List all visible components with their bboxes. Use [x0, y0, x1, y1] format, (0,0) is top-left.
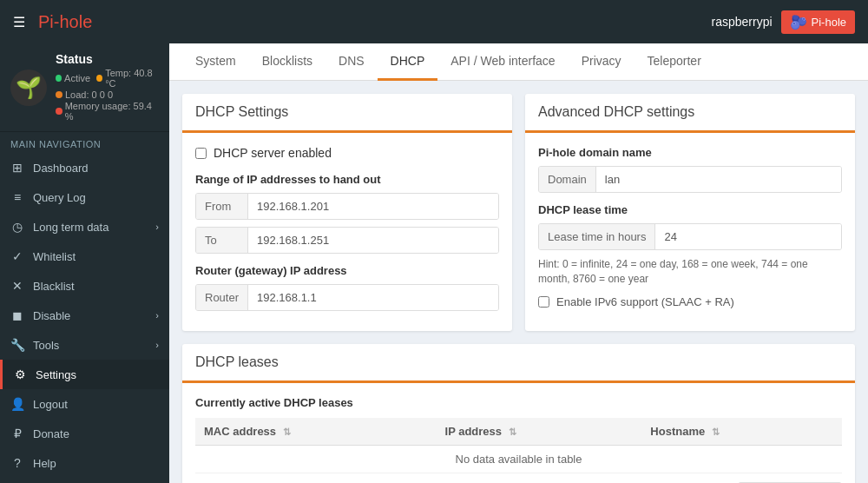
main-content: System Blocklists DNS DHCP API / Web int…: [169, 43, 868, 483]
sidebar-item-tools[interactable]: 🔧 Tools ›: [0, 330, 169, 360]
lease-label: Lease time in hours: [539, 224, 655, 249]
sidebar-item-query-log[interactable]: ≡ Query Log: [0, 182, 169, 212]
dhcp-leases-card: DHCP leases Currently active DHCP leases…: [182, 344, 855, 483]
tab-dhcp[interactable]: DHCP: [378, 43, 438, 81]
sort-icon: ⇅: [509, 427, 516, 437]
lease-hint: Hint: 0 = infinite, 24 = one day, 168 = …: [538, 257, 842, 287]
router-section-label: Router (gateway) IP address: [195, 264, 499, 277]
tab-system[interactable]: System: [182, 43, 249, 81]
long-term-data-icon: ◷: [10, 220, 24, 234]
ipv6-row: Enable IPv6 support (SLAAC + RA): [538, 295, 842, 308]
router-label: Router: [196, 285, 248, 310]
disable-icon: ◼: [10, 308, 24, 322]
sidebar-item-label: Whitelist: [33, 250, 76, 263]
hamburger-menu-icon[interactable]: ☰: [13, 14, 25, 30]
donate-icon: ₽: [10, 427, 24, 440]
sidebar-item-label: Long term data: [33, 221, 108, 234]
sidebar-item-label: Blacklist: [33, 280, 75, 293]
content-area: DHCP Settings DHCP server enabled Range …: [169, 81, 868, 483]
lease-value: 24: [655, 224, 841, 249]
status-text: Status Active Temp: 40.8 °C Load: 0 0 0 …: [56, 52, 159, 122]
leases-title: DHCP leases: [195, 354, 842, 370]
nav-section-label: MAIN NAVIGATION: [0, 132, 169, 153]
sidebar-item-label: Tools: [33, 339, 59, 352]
tab-dns[interactable]: DNS: [326, 43, 378, 81]
domain-section-label: Pi-hole domain name: [538, 146, 842, 159]
leases-table: MAC address ⇅ IP address ⇅ Hostname: [195, 418, 842, 473]
header-pihole-label: Pi-hole: [812, 16, 846, 29]
sidebar-item-dashboard[interactable]: ⊞ Dashboard: [0, 153, 169, 182]
sidebar-item-label: Disable: [33, 309, 70, 322]
advanced-dhcp-card: Advanced DHCP settings Pi-hole domain na…: [525, 94, 855, 331]
dhcp-settings-header: DHCP Settings: [182, 94, 512, 133]
dhcp-enabled-checkbox[interactable]: [195, 148, 207, 159]
logout-icon: 👤: [10, 397, 24, 411]
leases-body: Currently active DHCP leases MAC address…: [182, 383, 855, 483]
domain-value: lan: [596, 167, 841, 192]
ipv6-label: Enable IPv6 support (SLAAC + RA): [556, 295, 734, 308]
sidebar-item-disable[interactable]: ◼ Disable ›: [0, 301, 169, 330]
sidebar-item-label: Logout: [33, 398, 68, 411]
sort-icon: ⇅: [712, 427, 720, 437]
tab-bar: System Blocklists DNS DHCP API / Web int…: [169, 43, 868, 81]
settings-icon: ⚙: [13, 367, 27, 381]
app-logo: Pi-hole: [38, 12, 92, 32]
dhcp-settings-card: DHCP Settings DHCP server enabled Range …: [182, 94, 512, 331]
status-title: Status: [56, 52, 159, 66]
sort-icon: ⇅: [283, 427, 291, 437]
header-hostname: raspberrypi: [712, 15, 773, 29]
from-value: 192.168.1.201: [248, 194, 498, 219]
range-section-label: Range of IP addresses to hand out: [195, 173, 499, 186]
leases-table-wrapper: MAC address ⇅ IP address ⇅ Hostname: [195, 418, 842, 473]
status-block: 🌱 Status Active Temp: 40.8 °C Load: 0 0 …: [0, 43, 169, 132]
dashboard-icon: ⊞: [10, 161, 24, 175]
ipv6-checkbox[interactable]: [538, 296, 549, 308]
status-load: Load: 0 0 0: [56, 89, 159, 100]
table-header-row: MAC address ⇅ IP address ⇅ Hostname: [195, 418, 842, 446]
dhcp-enabled-label: DHCP server enabled: [214, 146, 332, 160]
sidebar-item-logout[interactable]: 👤 Logout: [0, 389, 169, 419]
status-active: Active Temp: 40.8 °C: [56, 68, 159, 89]
lease-section-label: DHCP lease time: [538, 203, 842, 216]
sidebar-item-long-term-data[interactable]: ◷ Long term data ›: [0, 212, 169, 242]
advanced-dhcp-body: Pi-hole domain name Domain lan DHCP leas…: [525, 133, 855, 321]
header-right: raspberrypi 🫐 Pi-hole: [712, 10, 856, 34]
chevron-right-icon: ›: [155, 340, 159, 350]
chevron-right-icon: ›: [155, 222, 159, 232]
sidebar-item-label: Settings: [36, 368, 76, 381]
leases-subtitle: Currently active DHCP leases: [195, 396, 842, 409]
advanced-dhcp-title: Advanced DHCP settings: [538, 104, 842, 120]
mac-address-header[interactable]: MAC address ⇅: [195, 418, 437, 446]
sidebar-item-blacklist[interactable]: ✕ Blacklist: [0, 271, 169, 301]
ip-address-header[interactable]: IP address ⇅: [437, 418, 642, 446]
lease-input-row: Lease time in hours 24: [538, 223, 842, 250]
tab-api-web[interactable]: API / Web interface: [437, 43, 568, 81]
tab-teleporter[interactable]: Teleporter: [635, 43, 714, 81]
leases-header: DHCP leases: [182, 344, 855, 383]
from-input-row: From 192.168.1.201: [195, 193, 499, 220]
dhcp-settings-title: DHCP Settings: [195, 104, 499, 120]
domain-input-row: Domain lan: [538, 166, 842, 193]
header-pihole-badge: 🫐 Pi-hole: [781, 10, 855, 34]
hostname-header[interactable]: Hostname ⇅: [641, 418, 842, 446]
layout: 🌱 Status Active Temp: 40.8 °C Load: 0 0 …: [0, 43, 868, 483]
sidebar-item-label: Dashboard: [33, 162, 89, 175]
sidebar: 🌱 Status Active Temp: 40.8 °C Load: 0 0 …: [0, 43, 169, 483]
sidebar-item-whitelist[interactable]: ✓ Whitelist: [0, 242, 169, 271]
router-input-row: Router 192.168.1.1: [195, 284, 499, 311]
dhcp-enabled-row: DHCP server enabled: [195, 146, 499, 160]
sidebar-item-help[interactable]: ? Help: [0, 448, 169, 478]
query-log-icon: ≡: [10, 190, 24, 204]
tab-privacy[interactable]: Privacy: [569, 43, 635, 81]
sidebar-item-settings[interactable]: ⚙ Settings: [0, 360, 169, 389]
help-icon: ?: [10, 456, 24, 470]
domain-label: Domain: [539, 167, 596, 192]
raspberry-icon: 🫐: [790, 14, 807, 30]
from-label: From: [196, 194, 248, 219]
tab-blocklists[interactable]: Blocklists: [249, 43, 326, 81]
to-label: To: [196, 228, 248, 253]
blacklist-icon: ✕: [10, 279, 24, 293]
whitelist-icon: ✓: [10, 249, 24, 263]
sidebar-item-donate[interactable]: ₽ Donate: [0, 419, 169, 448]
table-no-data-row: No data available in table: [195, 446, 842, 473]
